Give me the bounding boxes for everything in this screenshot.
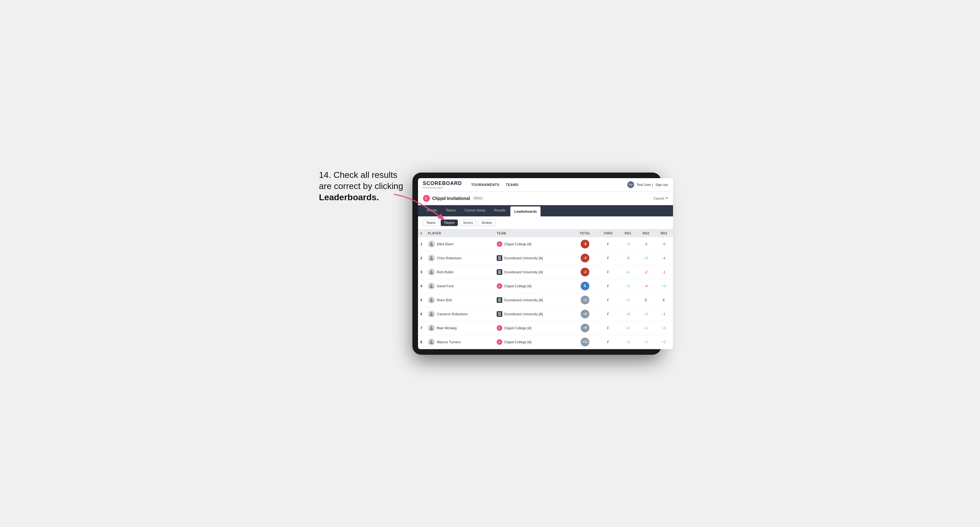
cell-rd1: +1 bbox=[619, 293, 637, 307]
tablet-screen: SCOREBOARD Powered by clippd TOURNAMENTS… bbox=[418, 178, 673, 349]
tournament-header: C Clippd Invitational (Men) Cancel ✕ bbox=[418, 192, 673, 205]
filter-scores[interactable]: Scores bbox=[460, 219, 476, 226]
svg-point-4 bbox=[430, 284, 432, 286]
player-name: Elliot Ebert bbox=[437, 242, 453, 246]
user-avatar: TU bbox=[627, 181, 634, 188]
user-label: Test User | bbox=[636, 183, 653, 187]
cell-rank: 8 bbox=[418, 335, 425, 349]
cell-rd3: E bbox=[655, 293, 673, 307]
table-row: 1Elliot EbertCClippd College [A]-8F+3-6-… bbox=[418, 237, 673, 251]
cell-rd1: +3 bbox=[619, 237, 637, 251]
cell-rd2: +7 bbox=[637, 335, 655, 349]
svg-point-1 bbox=[430, 242, 432, 244]
cell-rank: 1 bbox=[418, 237, 425, 251]
team-name: Scoreboard University [A] bbox=[504, 270, 543, 274]
cell-thru: F bbox=[597, 237, 619, 251]
cell-thru: F bbox=[597, 307, 619, 321]
cell-rd1: +1 bbox=[619, 265, 637, 279]
player-name: Cameron Robertson bbox=[437, 312, 468, 316]
team-logo-clippd: C bbox=[497, 325, 502, 331]
cell-team: CClippd College [A] bbox=[494, 279, 573, 293]
tab-teams[interactable]: Teams bbox=[442, 205, 459, 216]
cell-player: Blair McHarg bbox=[425, 321, 494, 335]
cell-total: +9 bbox=[573, 321, 597, 335]
top-nav: SCOREBOARD Powered by clippd TOURNAMENTS… bbox=[418, 178, 673, 192]
cell-total: -8 bbox=[573, 237, 597, 251]
cell-thru: F bbox=[597, 265, 619, 279]
cell-total: -2 bbox=[573, 265, 597, 279]
cell-rd2: +2 bbox=[637, 307, 655, 321]
cell-rd2: -2 bbox=[637, 265, 655, 279]
cell-rd1: +2 bbox=[619, 321, 637, 335]
cell-total: +6 bbox=[573, 307, 597, 321]
svg-point-3 bbox=[430, 270, 432, 272]
player-avatar bbox=[428, 311, 435, 317]
cell-rank: 7 bbox=[418, 321, 425, 335]
cell-rd2: +1 bbox=[637, 321, 655, 335]
nav-user: TU Test User | Sign out bbox=[627, 181, 668, 188]
cell-player: David Ford bbox=[425, 279, 494, 293]
cell-rd3: -1 bbox=[655, 307, 673, 321]
cell-rd3: +3 bbox=[655, 279, 673, 293]
cell-team: Scoreboard University [A] bbox=[494, 265, 573, 279]
player-name: Rees Britt bbox=[437, 298, 452, 302]
player-avatar bbox=[428, 268, 435, 275]
team-logo-clippd: C bbox=[497, 241, 502, 247]
svg-point-8 bbox=[430, 340, 432, 342]
nav-tournaments[interactable]: TOURNAMENTS bbox=[471, 182, 500, 188]
team-logo-scoreboard bbox=[497, 311, 502, 317]
cell-player: Rich Butler bbox=[425, 265, 494, 279]
instruction-text: 14. Check all results are correct by cli… bbox=[319, 170, 403, 203]
col-player: PLAYER bbox=[425, 229, 494, 237]
cell-team: CClippd College [A] bbox=[494, 321, 573, 335]
player-avatar bbox=[428, 255, 435, 262]
tab-course-setup[interactable]: Course Setup bbox=[461, 205, 489, 216]
team-name: Clippd College [A] bbox=[504, 326, 531, 330]
tab-leaderboards[interactable]: Leaderboards bbox=[511, 206, 541, 216]
logo-area: SCOREBOARD Powered by clippd bbox=[423, 181, 462, 189]
table-row: 2Chris RobertsonScoreboard University [A… bbox=[418, 251, 673, 265]
filter-strokes[interactable]: Strokes bbox=[478, 219, 495, 226]
cell-rd2: +5 bbox=[637, 251, 655, 265]
cell-thru: F bbox=[597, 293, 619, 307]
col-thru: THRU bbox=[597, 229, 619, 237]
col-rd2: RD2 bbox=[637, 229, 655, 237]
filter-teams[interactable]: Teams bbox=[423, 219, 439, 226]
cell-player: Chris Robertson bbox=[425, 251, 494, 265]
logo-sub: Powered by clippd bbox=[423, 186, 462, 189]
nav-teams[interactable]: TEAMS bbox=[506, 182, 519, 188]
tablet-bezel: SCOREBOARD Powered by clippd TOURNAMENTS… bbox=[412, 173, 661, 355]
cell-player: Cameron Robertson bbox=[425, 307, 494, 321]
cell-total: E bbox=[573, 279, 597, 293]
cell-rank: 4 bbox=[418, 279, 425, 293]
cell-thru: F bbox=[597, 321, 619, 335]
col-rd1: RD1 bbox=[619, 229, 637, 237]
cell-player: Elliot Ebert bbox=[425, 237, 494, 251]
player-avatar bbox=[428, 297, 435, 303]
filter-players[interactable]: Players bbox=[441, 219, 458, 226]
table-row: 4David FordCClippd College [A]EF+1-4+3 bbox=[418, 279, 673, 293]
tournament-icon: C bbox=[423, 195, 430, 202]
cell-rank: 6 bbox=[418, 307, 425, 321]
team-logo-scoreboard bbox=[497, 269, 502, 275]
table-row: 3Rich ButlerScoreboard University [A]-2F… bbox=[418, 265, 673, 279]
cell-rd2: E bbox=[637, 293, 655, 307]
cell-rd2: -6 bbox=[637, 237, 655, 251]
cell-rank: 3 bbox=[418, 265, 425, 279]
cell-rd3: +2 bbox=[655, 335, 673, 349]
logo-text: SCOREBOARD bbox=[423, 181, 462, 186]
col-rd3: RD3 bbox=[655, 229, 673, 237]
cell-team: CClippd College [A] bbox=[494, 335, 573, 349]
cell-rank: 2 bbox=[418, 251, 425, 265]
cell-player: Marcus Turners bbox=[425, 335, 494, 349]
team-name: Clippd College [A] bbox=[504, 340, 531, 344]
col-team: TEAM bbox=[494, 229, 573, 237]
cell-rd1: +5 bbox=[619, 307, 637, 321]
tab-details[interactable]: Details bbox=[423, 205, 441, 216]
cancel-button[interactable]: Cancel ✕ bbox=[654, 196, 668, 200]
sign-out-link[interactable]: Sign out bbox=[655, 183, 668, 187]
player-avatar bbox=[428, 338, 435, 345]
tab-results[interactable]: Results bbox=[490, 205, 509, 216]
cell-rd1: -5 bbox=[619, 251, 637, 265]
table-row: 8Marcus TurnersCClippd College [A]+11F+2… bbox=[418, 335, 673, 349]
